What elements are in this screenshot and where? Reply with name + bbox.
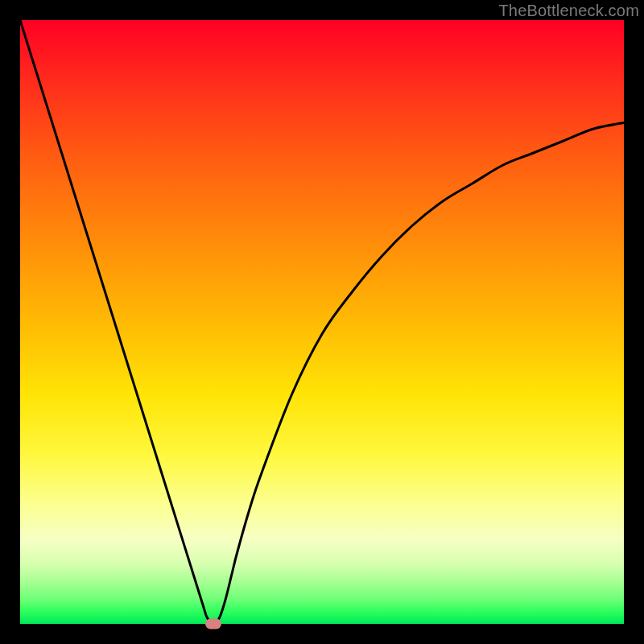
optimum-marker [205, 619, 221, 630]
chart-frame: TheBottleneck.com [0, 0, 644, 644]
curve-layer [20, 20, 624, 624]
plot-area [20, 20, 624, 624]
watermark-text: TheBottleneck.com [498, 2, 639, 20]
bottleneck-curve [20, 20, 624, 624]
